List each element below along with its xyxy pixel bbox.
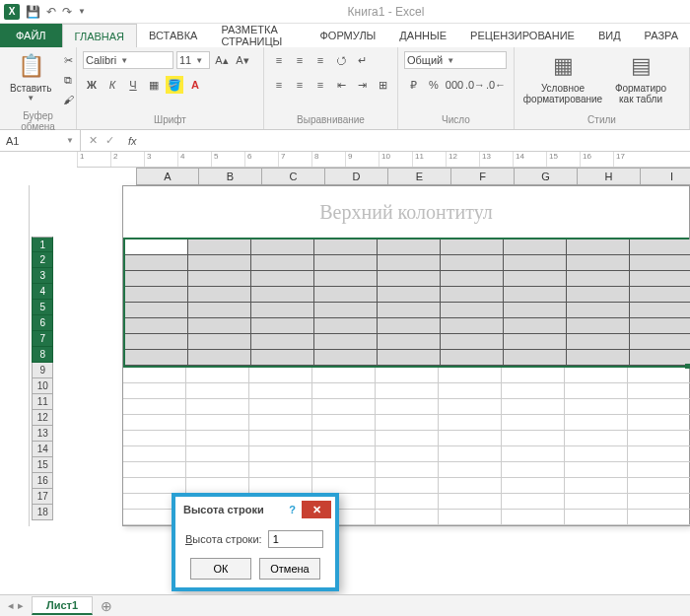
cell[interactable] [502, 494, 565, 510]
cell[interactable] [251, 240, 314, 255]
cell[interactable] [251, 287, 314, 303]
cell[interactable] [249, 462, 312, 478]
qat-customize-icon[interactable]: ▼ [78, 7, 86, 16]
tab-page-layout[interactable]: РАЗМЕТКА СТРАНИЦЫ [209, 24, 308, 47]
cell[interactable] [504, 255, 567, 271]
cell[interactable] [123, 431, 186, 446]
cell[interactable] [439, 478, 502, 494]
cell[interactable] [439, 383, 502, 399]
row-header[interactable]: 16 [32, 473, 52, 489]
cell[interactable] [502, 383, 565, 399]
cell[interactable] [186, 415, 249, 431]
cell[interactable] [125, 240, 188, 255]
cell[interactable] [376, 431, 439, 446]
cell[interactable] [314, 240, 378, 255]
cell[interactable] [504, 287, 567, 303]
cell[interactable] [630, 255, 690, 271]
cell[interactable] [251, 255, 314, 271]
sheet-nav-first-icon[interactable]: ◂ [8, 599, 14, 612]
merge-button[interactable]: ⊞ [374, 76, 391, 94]
align-right-button[interactable]: ≡ [311, 76, 329, 94]
column-header[interactable]: A [136, 168, 199, 185]
cell[interactable] [502, 446, 565, 462]
cell[interactable] [441, 255, 504, 271]
font-color-button[interactable]: A [186, 76, 204, 94]
format-as-table-button[interactable]: ▤ Форматиро как табли [609, 51, 672, 106]
cell[interactable] [565, 446, 628, 462]
cell[interactable] [125, 271, 188, 287]
cell[interactable] [314, 334, 378, 350]
tab-view[interactable]: ВИД [586, 24, 633, 47]
cell[interactable] [312, 415, 376, 431]
cell[interactable] [630, 240, 690, 255]
tab-data[interactable]: ДАННЫЕ [387, 24, 458, 47]
row-header[interactable]: 15 [32, 457, 52, 473]
cell[interactable] [567, 287, 630, 303]
cell[interactable] [628, 383, 690, 399]
cell[interactable] [378, 303, 441, 318]
increase-decimal-button[interactable]: .0→ [466, 76, 484, 94]
cell[interactable] [439, 462, 502, 478]
cell[interactable] [376, 368, 439, 383]
align-center-button[interactable]: ≡ [291, 76, 309, 94]
cell[interactable] [186, 431, 249, 446]
cell[interactable] [441, 334, 504, 350]
orientation-button[interactable]: ⭯ [332, 51, 350, 69]
row-header[interactable]: 1 [32, 237, 52, 252]
tab-file[interactable]: ФАЙЛ [0, 24, 62, 47]
cell[interactable] [630, 303, 690, 318]
cell[interactable] [125, 287, 188, 303]
cell[interactable] [249, 399, 312, 415]
tab-developer[interactable]: РАЗРА [633, 24, 690, 47]
align-bottom-button[interactable]: ≡ [311, 51, 329, 69]
cell[interactable] [123, 462, 186, 478]
cell[interactable] [188, 350, 251, 366]
cell[interactable] [567, 334, 630, 350]
align-left-button[interactable]: ≡ [270, 76, 288, 94]
cell[interactable] [186, 462, 249, 478]
cell[interactable] [376, 446, 439, 462]
cell[interactable] [312, 462, 376, 478]
cell[interactable] [502, 462, 565, 478]
row-header[interactable]: 12 [32, 410, 52, 426]
column-header[interactable]: E [388, 168, 451, 185]
cell[interactable] [376, 415, 439, 431]
cell[interactable] [249, 431, 312, 446]
cell[interactable] [376, 478, 439, 494]
underline-button[interactable]: Ч [124, 76, 142, 94]
page-header-area[interactable]: Верхний колонтитул [123, 186, 689, 238]
column-header[interactable]: I [641, 168, 690, 185]
cell[interactable] [630, 334, 690, 350]
save-icon[interactable]: 💾 [26, 5, 40, 19]
cell[interactable] [565, 431, 628, 446]
cell[interactable] [312, 368, 376, 383]
row-header[interactable]: 7 [32, 331, 52, 347]
cell[interactable] [125, 334, 188, 350]
cell[interactable] [504, 303, 567, 318]
cell[interactable] [376, 494, 439, 510]
format-painter-button[interactable]: 🖌 [59, 91, 77, 108]
close-icon[interactable]: ✕ [302, 501, 331, 518]
cell[interactable] [504, 334, 567, 350]
cell[interactable] [314, 303, 378, 318]
cell[interactable] [628, 431, 690, 446]
cell[interactable] [502, 431, 565, 446]
row-header[interactable]: 10 [32, 378, 52, 394]
cell[interactable] [565, 415, 628, 431]
cell[interactable] [186, 478, 249, 494]
cell[interactable] [628, 510, 690, 525]
column-header[interactable]: H [578, 168, 641, 185]
cell-grid[interactable] [123, 238, 689, 525]
cell[interactable] [504, 350, 567, 366]
column-header[interactable]: F [451, 168, 515, 185]
sheet-tab-active[interactable]: Лист1 [32, 596, 93, 615]
fx-label[interactable]: fx [122, 135, 143, 147]
borders-button[interactable]: ▦ [145, 76, 163, 94]
currency-button[interactable]: ₽ [404, 76, 422, 94]
cell[interactable] [378, 318, 441, 334]
cell[interactable] [439, 494, 502, 510]
cell[interactable] [125, 255, 188, 271]
cell[interactable] [188, 318, 251, 334]
cell[interactable] [441, 303, 504, 318]
cell[interactable] [188, 240, 251, 255]
